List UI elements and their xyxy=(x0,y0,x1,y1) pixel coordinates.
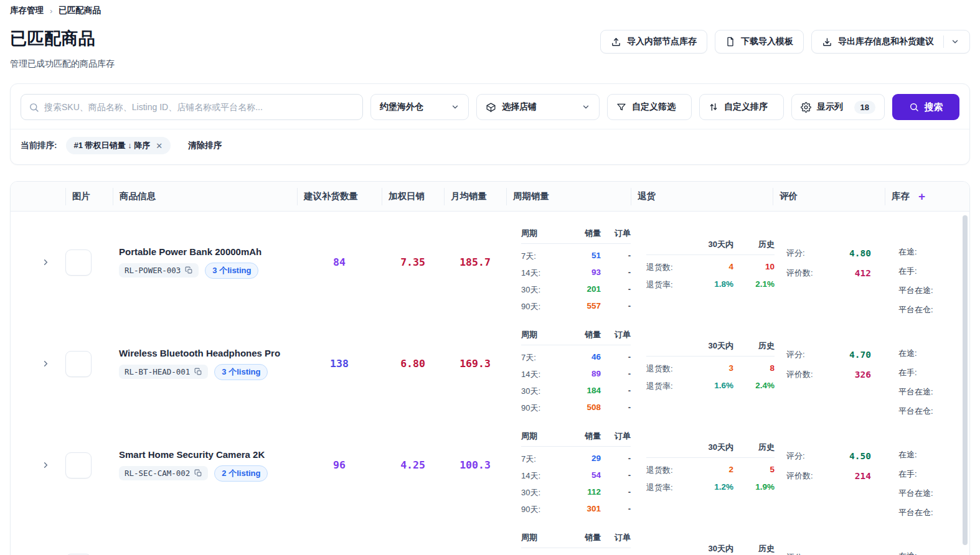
rating-score-value: 4.80 xyxy=(849,248,871,258)
export-stock-label: 导出库存信息和补货建议 xyxy=(838,36,934,47)
breadcrumb-inventory[interactable]: 库存管理 xyxy=(10,5,44,16)
breadcrumb: 库存管理 › 已匹配商品 xyxy=(10,4,970,22)
stock-label: 在途: xyxy=(898,449,963,460)
vertical-scrollbar[interactable] xyxy=(963,214,968,555)
scrollbar-thumb[interactable] xyxy=(963,215,968,545)
sort-chip-label: #1 带权日销量 ↓ 降序 xyxy=(74,140,151,151)
table-row: Smart Home Security Camera 2K RL-SEC-CAM… xyxy=(26,414,963,516)
add-column-button[interactable]: + xyxy=(918,190,925,202)
sku-chip[interactable]: RL-POWER-003 xyxy=(119,263,199,278)
review-count-value: 412 xyxy=(855,268,871,278)
review-count-value: 214 xyxy=(855,471,871,481)
column-header-image: 图片 xyxy=(65,188,113,205)
expand-column-header xyxy=(26,188,65,205)
custom-filter-button[interactable]: 自定义筛选 xyxy=(607,94,692,120)
search-input[interactable] xyxy=(44,102,355,112)
search-icon xyxy=(909,102,919,112)
period-header-sales: 销量 xyxy=(560,431,601,447)
listing-badge[interactable]: 3 个listing xyxy=(214,364,268,380)
stock-label: 平台在途: xyxy=(898,488,963,499)
returns-header-empty xyxy=(646,442,687,458)
table-row: 周期销量订单7天:14天:30天:90天: 30天内历史退货数:退货率: 评分:… xyxy=(26,516,963,555)
period-sales-value: 184 xyxy=(560,386,601,397)
import-internal-stock-button[interactable]: 导入内部节点库存 xyxy=(600,30,707,54)
upload-icon xyxy=(611,37,621,47)
period-sales-value: 89 xyxy=(560,369,601,380)
sort-arrows-icon xyxy=(709,102,719,112)
search-box[interactable] xyxy=(21,94,363,120)
returns-rate-30d: 1.2% xyxy=(687,482,733,493)
chevron-down-icon xyxy=(451,103,459,111)
weighted-daily-sales-value: 4.25 xyxy=(400,459,425,471)
row-expand-button[interactable] xyxy=(41,359,50,368)
stock-subtable: 在途:在手:平台在途:平台在仓: xyxy=(885,212,963,313)
period-sales-value: 54 xyxy=(560,470,601,482)
show-columns-button[interactable]: 显示列 18 xyxy=(791,94,885,120)
warehouse-select[interactable]: 约堡海外仓 xyxy=(370,94,469,120)
copy-icon[interactable] xyxy=(194,469,202,477)
current-sort-row: 当前排序: #1 带权日销量 ↓ 降序 ✕ 清除排序 xyxy=(21,129,959,154)
funnel-icon xyxy=(616,102,626,112)
stock-label: 在途: xyxy=(898,246,963,258)
remove-sort-icon[interactable]: ✕ xyxy=(156,141,163,151)
table-row: Wireless Bluetooth Headphones Pro RL-BT-… xyxy=(26,313,963,414)
table-header: 图片 商品信息 建议补货数量 加权日销 月均销量 周期销量 退货 评价 库存 + xyxy=(11,182,969,212)
column-header-stock-label: 库存 xyxy=(892,190,910,202)
breadcrumb-matched: 已匹配商品 xyxy=(59,5,101,16)
product-name: Smart Home Security Camera 2K xyxy=(119,449,297,460)
button-divider xyxy=(943,35,944,48)
review-count-label: 评价数: xyxy=(786,268,813,279)
row-expand-button[interactable] xyxy=(41,258,50,267)
copy-icon[interactable] xyxy=(185,266,193,274)
clear-sort-link[interactable]: 清除排序 xyxy=(188,140,222,151)
sku-chip[interactable]: RL-SEC-CAM-002 xyxy=(119,466,208,480)
period-label: 14天: xyxy=(521,369,560,380)
period-label: 7天: xyxy=(521,251,560,262)
breadcrumb-separator-icon: › xyxy=(50,6,52,16)
sort-chip[interactable]: #1 带权日销量 ↓ 降序 ✕ xyxy=(66,137,171,154)
sku-chip[interactable]: RL-BT-HEAD-001 xyxy=(119,365,208,379)
custom-sort-label: 自定义排序 xyxy=(724,101,768,113)
listing-badge[interactable]: 3 个listing xyxy=(205,263,258,279)
rating-label: 评分: xyxy=(786,552,805,555)
copy-icon[interactable] xyxy=(194,368,202,376)
search-button[interactable]: 搜索 xyxy=(892,94,959,120)
period-orders-value: - xyxy=(601,386,631,397)
period-header-cycle: 周期 xyxy=(521,228,560,244)
returns-count-label: 退货数: xyxy=(646,465,687,476)
rating-label: 评分: xyxy=(786,248,805,259)
listing-badge[interactable]: 2 个listing xyxy=(214,465,268,482)
review-count-label: 评价数: xyxy=(786,369,813,380)
period-label: 90天: xyxy=(521,403,560,414)
returns-subtable: 30天内历史退货数:25退货率:1.2%1.9% xyxy=(646,442,773,493)
warehouse-select-value: 约堡海外仓 xyxy=(380,101,423,113)
custom-sort-button[interactable]: 自定义排序 xyxy=(699,94,784,120)
returns-header-30d: 30天内 xyxy=(687,239,733,255)
period-sales-value: 46 xyxy=(560,352,601,363)
column-header-restock: 建议补货数量 xyxy=(297,188,382,205)
period-sales-subtable: 周期销量订单7天:14天:30天:90天: xyxy=(521,532,631,555)
period-label: 7天: xyxy=(521,352,560,363)
period-sales-value: 508 xyxy=(560,403,601,414)
returns-count-30d: 4 xyxy=(687,262,733,273)
product-image xyxy=(65,351,92,377)
period-label: 90天: xyxy=(521,504,560,515)
chevron-down-icon[interactable] xyxy=(951,37,959,46)
header-actions: 导入内部节点库存 下载导入模板 导出库存信息和补货建议 xyxy=(600,30,970,54)
current-sort-label: 当前排序: xyxy=(21,140,57,151)
store-select[interactable]: 选择店铺 xyxy=(476,94,600,120)
rating-score-value: 4.50 xyxy=(849,451,871,461)
period-sales-subtable: 周期销量订单7天:46-14天:89-30天:184-90天:508- xyxy=(521,329,631,414)
download-template-button[interactable]: 下载导入模板 xyxy=(715,30,804,54)
row-expand-button[interactable] xyxy=(41,460,50,470)
weighted-daily-sales-value: 7.35 xyxy=(400,256,425,268)
table-body: Portable Power Bank 20000mAh RL-POWER-00… xyxy=(26,212,963,555)
search-button-label: 搜索 xyxy=(925,101,943,113)
period-header-sales: 销量 xyxy=(560,228,601,244)
period-sales-value: 301 xyxy=(560,504,601,515)
export-stock-button[interactable]: 导出库存信息和补货建议 xyxy=(811,30,970,54)
sku-text: RL-POWER-003 xyxy=(125,266,181,275)
column-header-period: 周期销量 xyxy=(506,188,631,205)
column-header-daily: 加权日销 xyxy=(382,188,444,205)
sku-text: RL-SEC-CAM-002 xyxy=(125,469,190,478)
